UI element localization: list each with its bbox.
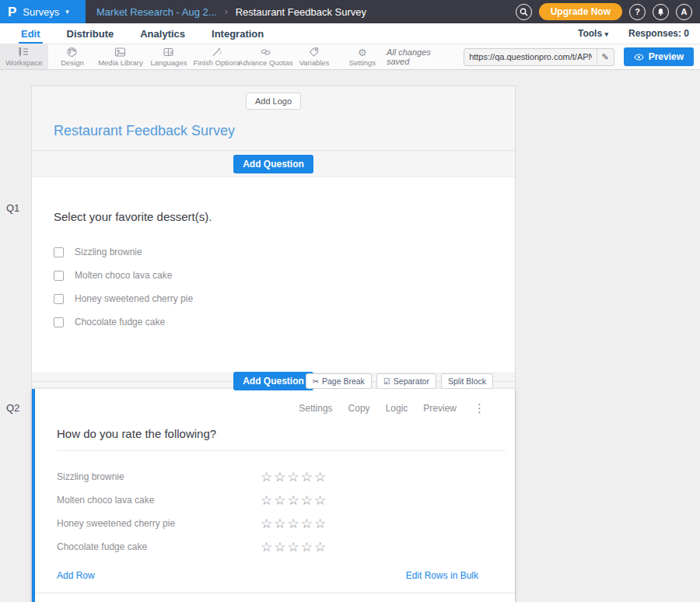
surveys-menu-label: Surveys bbox=[23, 6, 59, 18]
question-mark-icon: ? bbox=[635, 7, 640, 16]
survey-canvas: Q1 Q2 Add Logo Restaurant Feedback Surve… bbox=[0, 70, 700, 602]
toolbar-item-label: Design bbox=[61, 58, 84, 67]
nav-tabs: Edit Distribute Analytics Integration bbox=[8, 23, 277, 44]
toolbar-item-label: Media Library bbox=[98, 58, 143, 67]
checkbox-option-label: Molten choco lava cake bbox=[75, 270, 172, 281]
tab-analytics[interactable]: Analytics bbox=[127, 23, 198, 44]
help-button[interactable]: ? bbox=[629, 4, 646, 20]
survey-title[interactable]: Restaurant Feedback Survey bbox=[32, 110, 515, 150]
add-row-link[interactable]: Add Row bbox=[57, 570, 95, 581]
tools-menu[interactable]: Tools ▾ bbox=[578, 28, 608, 39]
toolbar-item-languages[interactable]: x A Languages bbox=[145, 44, 193, 69]
star-icon[interactable]: ☆ bbox=[301, 471, 313, 484]
toolbar-item-design[interactable]: Design bbox=[48, 44, 96, 69]
question-logic-link[interactable]: Logic bbox=[386, 403, 408, 414]
image-icon bbox=[114, 47, 126, 58]
star-icon[interactable]: ☆ bbox=[274, 517, 285, 530]
split-block-button[interactable]: Split Block bbox=[441, 373, 493, 389]
checkbox[interactable] bbox=[54, 271, 64, 281]
star-icon[interactable]: ☆ bbox=[314, 517, 326, 530]
star-icon[interactable]: ☆ bbox=[288, 471, 299, 484]
rating-row: Molten choco lava cake ☆☆☆☆☆ bbox=[57, 488, 515, 512]
kebab-menu-icon[interactable]: ⋮ bbox=[474, 401, 485, 415]
notifications-button[interactable] bbox=[653, 4, 669, 20]
toolbar-item-variables[interactable]: Variables bbox=[290, 44, 338, 69]
star-icon[interactable]: ☆ bbox=[288, 517, 299, 530]
avatar-initial: A bbox=[681, 7, 688, 16]
search-button[interactable] bbox=[516, 4, 532, 20]
toolbar-item-label: Finish Options bbox=[194, 58, 241, 67]
translate-icon: x A bbox=[163, 47, 174, 58]
star-rating: ☆☆☆☆☆ bbox=[261, 517, 326, 530]
question-text-q1[interactable]: Select your favorite dessert(s). bbox=[32, 177, 515, 225]
breadcrumb-parent-link[interactable]: Market Research - Aug 2... bbox=[96, 6, 217, 18]
checkbox[interactable] bbox=[54, 247, 64, 257]
add-question-button[interactable]: Add Question bbox=[233, 372, 313, 390]
breadcrumb-separator-icon: › bbox=[225, 6, 228, 17]
responses-count[interactable]: Responses: 0 bbox=[628, 28, 689, 39]
checkbox[interactable] bbox=[54, 294, 64, 304]
toolbar-item-workspace[interactable]: Workspace bbox=[0, 44, 48, 69]
star-icon[interactable]: ☆ bbox=[274, 494, 285, 507]
page-break-button[interactable]: ✂ Page Break bbox=[306, 373, 372, 389]
separator-button[interactable]: ☑ Separator bbox=[376, 373, 436, 389]
palette-icon bbox=[66, 47, 78, 58]
preview-button[interactable]: Preview bbox=[624, 47, 694, 66]
toolbar-item-finish-options[interactable]: Finish Options bbox=[193, 44, 241, 69]
tab-integration[interactable]: Integration bbox=[198, 23, 277, 44]
eye-icon bbox=[634, 54, 644, 61]
rating-row: Sizzling brownie ☆☆☆☆☆ bbox=[57, 465, 515, 488]
add-logo-button[interactable]: Add Logo bbox=[246, 93, 301, 110]
question-number-q1: Q1 bbox=[6, 202, 19, 214]
star-icon[interactable]: ☆ bbox=[314, 471, 326, 484]
star-icon[interactable]: ☆ bbox=[314, 494, 326, 507]
bell-icon bbox=[656, 8, 665, 16]
tab-distribute[interactable]: Distribute bbox=[54, 23, 128, 44]
question-text-q2[interactable]: How do you rate the following? bbox=[57, 427, 506, 451]
save-status: All changes saved bbox=[387, 47, 454, 66]
star-icon[interactable]: ☆ bbox=[261, 471, 272, 484]
star-icon[interactable]: ☆ bbox=[288, 494, 299, 507]
toolbar-item-settings[interactable]: ⚙ Settings bbox=[338, 44, 387, 69]
search-icon bbox=[520, 8, 528, 16]
question-copy-link[interactable]: Copy bbox=[348, 403, 370, 414]
question-preview-link[interactable]: Preview bbox=[423, 403, 457, 414]
upgrade-now-button[interactable]: Upgrade Now bbox=[539, 3, 622, 20]
toolbar-item-label: Languages bbox=[150, 58, 187, 67]
checkbox[interactable] bbox=[54, 317, 64, 327]
question-block-q2[interactable]: Settings Copy Logic Preview ⋮ How do you… bbox=[32, 389, 515, 602]
question-settings-link[interactable]: Settings bbox=[299, 403, 332, 414]
star-icon[interactable]: ☆ bbox=[261, 494, 272, 507]
star-icon[interactable]: ☆ bbox=[314, 541, 326, 554]
toolbar-item-media-library[interactable]: Media Library bbox=[96, 44, 145, 69]
breadcrumb-current: Restaurant Feedback Survey bbox=[236, 6, 366, 18]
nav-bar: Edit Distribute Analytics Integration To… bbox=[0, 23, 700, 44]
chevron-down-icon: ▾ bbox=[65, 8, 69, 16]
star-icon[interactable]: ☆ bbox=[288, 541, 299, 554]
gear-icon: ⚙ bbox=[358, 47, 367, 58]
rating-row-label: Chocolate fudge cake bbox=[57, 541, 261, 552]
svg-text:x: x bbox=[166, 50, 168, 54]
toolbar-item-label: Settings bbox=[349, 58, 376, 67]
star-icon[interactable]: ☆ bbox=[261, 517, 272, 530]
star-icon[interactable]: ☆ bbox=[301, 541, 313, 554]
star-icon[interactable]: ☆ bbox=[301, 494, 313, 507]
star-icon[interactable]: ☆ bbox=[274, 541, 285, 554]
survey-url-input[interactable] bbox=[464, 52, 597, 61]
toolbar-item-label: Workspace bbox=[5, 58, 42, 67]
pencil-icon: ✎ bbox=[602, 52, 609, 62]
toolbar-item-advance-quotas[interactable]: Advance Quotas bbox=[241, 44, 290, 69]
account-avatar[interactable]: A bbox=[676, 4, 692, 20]
edit-url-button[interactable]: ✎ bbox=[597, 49, 614, 65]
magic-wand-icon bbox=[211, 47, 222, 58]
star-icon[interactable]: ☆ bbox=[261, 541, 272, 554]
star-icon[interactable]: ☆ bbox=[274, 471, 285, 484]
tab-edit[interactable]: Edit bbox=[8, 23, 54, 44]
surveys-menu[interactable]: P Surveys ▾ bbox=[0, 0, 86, 23]
edit-rows-in-bulk-link[interactable]: Edit Rows in Bulk bbox=[406, 570, 478, 581]
rating-row-label: Honey sweetened cherry pie bbox=[57, 518, 261, 529]
star-icon[interactable]: ☆ bbox=[301, 517, 313, 530]
question-block-q1[interactable]: Select your favorite dessert(s). Sizzlin… bbox=[32, 177, 515, 373]
add-question-button[interactable]: Add Question bbox=[233, 155, 313, 173]
survey-header: Add Logo Restaurant Feedback Survey bbox=[32, 86, 515, 151]
